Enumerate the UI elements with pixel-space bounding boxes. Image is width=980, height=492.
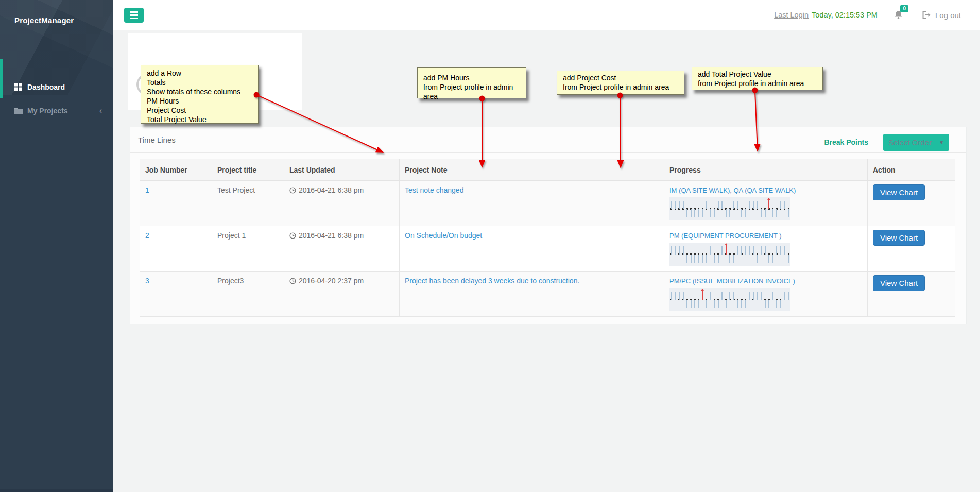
note-line: Totals	[147, 78, 252, 87]
timeline-tick-up	[749, 201, 750, 209]
timeline-tick-down	[733, 255, 734, 263]
page: { "brand": "ProjectManager", "sidebar": …	[0, 0, 980, 492]
progress-timeline-chart	[669, 197, 790, 220]
timeline-slot	[736, 243, 740, 266]
timeline-tick-down	[729, 255, 730, 263]
timeline-tick-down	[686, 255, 687, 263]
timeline-slot	[779, 288, 783, 311]
timeline-slot	[732, 243, 736, 266]
table-header-row: Job NumberProject titleLast UpdatedProje…	[140, 159, 955, 181]
timeline-tick-current	[702, 289, 703, 300]
timeline-tick-up	[741, 246, 742, 255]
notifications-button[interactable]: 0	[894, 10, 903, 20]
timeline-tick-down	[686, 300, 687, 308]
cell-project-title: Project 1	[212, 226, 284, 272]
timeline-tick-down	[765, 209, 766, 217]
table-row: 3Project32016-04-20 2:37 pmProject has b…	[140, 272, 955, 317]
select-order-dropdown[interactable]: Select Order ▼	[883, 134, 949, 151]
timeline-slot	[775, 243, 779, 266]
annotation-note: add PM Hoursfrom Project profile in admi…	[417, 67, 526, 98]
timeline-slot	[685, 197, 689, 220]
timeline-tick-up	[675, 246, 676, 255]
timeline-slot	[669, 288, 674, 311]
logout-button[interactable]: Log out	[922, 11, 961, 20]
note-line: Show totals of these columns	[147, 87, 252, 96]
annotation-note: add Total Project Valuefrom Project prof…	[692, 67, 823, 90]
job-number-link[interactable]: 3	[145, 277, 149, 285]
timeline-slot	[783, 288, 787, 311]
timeline-slot	[693, 288, 697, 311]
note-line: Project Cost	[147, 106, 252, 115]
timeline-tick-down	[702, 255, 703, 263]
column-header: Action	[868, 159, 955, 181]
timeline-tick-down	[726, 300, 727, 308]
progress-timeline-chart	[669, 243, 790, 266]
note-line: add Project Cost	[563, 73, 678, 82]
view-chart-button[interactable]: View Chart	[873, 230, 925, 246]
timeline-slot	[728, 243, 732, 266]
job-number-link[interactable]: 1	[145, 186, 149, 194]
menu-toggle-button[interactable]	[124, 8, 144, 23]
note-line: PM Hours	[147, 96, 252, 106]
progress-link[interactable]: PM/PC (ISSUE MOBILIZATION INVOICE)	[669, 277, 795, 285]
column-header: Job Number	[140, 159, 212, 181]
timeline-slot	[786, 288, 790, 311]
timeline-slot	[759, 288, 763, 311]
timeline-slot	[704, 243, 709, 266]
cell-action: View Chart	[868, 226, 955, 272]
view-chart-button[interactable]: View Chart	[873, 275, 925, 291]
timeline-tick-down	[706, 300, 707, 308]
view-chart-button[interactable]: View Chart	[873, 184, 925, 200]
timeline-tick-up	[753, 201, 754, 209]
timeline-slot	[704, 197, 709, 220]
chevron-left-icon[interactable]: ‹	[99, 107, 102, 115]
progress-link[interactable]: PM (EQUIPMENT PROCUREMENT )	[669, 232, 782, 240]
job-number-link[interactable]: 2	[145, 231, 149, 240]
panel-title: Time Lines	[138, 135, 176, 144]
break-points-link[interactable]: Break Points	[824, 138, 868, 146]
timeline-slot	[697, 197, 701, 220]
timeline-tick-down	[788, 209, 789, 217]
project-note-link[interactable]: Project has been delayed 3 weeks due to …	[405, 277, 579, 285]
panel-header: Time Lines Break Points Select Order ▼	[130, 127, 966, 153]
progress-link[interactable]: IM (QA SITE WALK), QA (QA SITE WALK)	[669, 186, 796, 194]
timeline-slot	[674, 288, 678, 311]
timeline-slot	[693, 243, 697, 266]
timeline-tick-down	[691, 300, 692, 308]
timeline-slot	[751, 197, 755, 220]
timeline-tick-up	[706, 201, 707, 209]
timeline-tick-down	[694, 209, 695, 217]
timeline-tick-up	[679, 201, 680, 209]
timeline-slot	[748, 288, 752, 311]
timeline-tick-up	[683, 292, 684, 300]
cell-job-number: 3	[140, 272, 212, 317]
project-note-link[interactable]: Test note changed	[405, 186, 463, 194]
timeline-slot	[783, 197, 787, 220]
timeline-tick-down	[698, 209, 699, 217]
last-login-link[interactable]: Last Login	[774, 11, 809, 19]
timeline-slot	[767, 288, 771, 311]
sidebar-item-my-projects[interactable]: My Projects ‹	[0, 99, 113, 122]
timeline-slot	[724, 288, 728, 311]
timeline-slot	[775, 197, 779, 220]
timeline-slot	[720, 243, 725, 266]
sidebar-item-dashboard[interactable]: Dashboard	[0, 75, 113, 98]
timeline-tick-up	[780, 201, 781, 209]
timeline-slot	[767, 197, 771, 220]
project-note-link[interactable]: On Schedule/On budget	[405, 231, 482, 240]
column-header: Progress	[664, 159, 868, 181]
timeline-tick-up	[710, 246, 711, 255]
timeline-slot	[740, 243, 744, 266]
timeline-slot	[685, 243, 689, 266]
timeline-slot	[681, 243, 685, 266]
timeline-tick-down	[780, 300, 781, 308]
timeline-tick-up	[679, 246, 680, 255]
cell-project-title: Project3	[212, 272, 284, 317]
timeline-slot	[697, 243, 701, 266]
note-line: Total Project Value	[147, 115, 252, 124]
sidebar-footer	[0, 489, 113, 492]
cell-job-number: 2	[140, 226, 212, 272]
grid-icon	[14, 83, 23, 91]
timeline-tick-down	[776, 209, 777, 217]
timeline-tick-up	[718, 201, 719, 209]
